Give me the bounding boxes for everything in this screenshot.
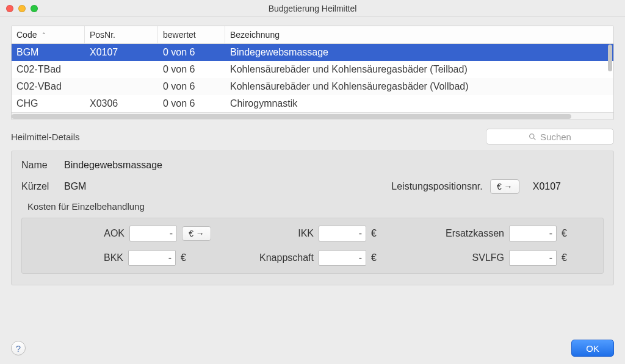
search-placeholder: Suchen bbox=[540, 132, 571, 142]
kosten-bkk: BKK € bbox=[33, 250, 211, 266]
knappschaft-input[interactable] bbox=[319, 250, 366, 266]
kasse-label: BKK bbox=[104, 252, 123, 263]
kosten-ikk: IKK € bbox=[223, 226, 402, 241]
horizontal-scrollbar[interactable] bbox=[12, 112, 613, 120]
kasse-label: SVLFG bbox=[472, 252, 504, 263]
sort-ascending-icon: ⌃ bbox=[42, 32, 46, 38]
euro-arrow-button[interactable]: € → bbox=[490, 179, 519, 194]
heilmittel-table: Code ⌃ PosNr. bewertet Bezeichnung BGM X… bbox=[11, 26, 614, 120]
cell-bezeichnung: Kohlensäurebäder und Kohlensäuregasbäder… bbox=[225, 78, 613, 95]
cell-posnr bbox=[85, 78, 158, 95]
svg-line-1 bbox=[533, 138, 535, 140]
table-row[interactable]: C02-VBad 0 von 6 Kohlensäurebäder und Ko… bbox=[12, 78, 613, 95]
ikk-input[interactable] bbox=[319, 226, 366, 241]
scrollbar-thumb[interactable] bbox=[12, 114, 571, 119]
euro-unit: € bbox=[562, 228, 592, 239]
kosten-svlfg: SVLFG € bbox=[414, 250, 592, 266]
details-panel: Name Bindegewebsmassage Kürzel BGM Leist… bbox=[11, 151, 614, 285]
minimize-icon[interactable] bbox=[18, 5, 26, 12]
euro-unit: € bbox=[371, 228, 402, 239]
euro-unit: € bbox=[371, 252, 402, 263]
scrollbar-thumb[interactable] bbox=[608, 45, 612, 71]
traffic-lights bbox=[6, 5, 38, 12]
titlebar: Budgetierung Heilmittel bbox=[0, 0, 625, 17]
cell-bewertet: 0 von 6 bbox=[158, 78, 225, 95]
cell-bewertet: 0 von 6 bbox=[158, 44, 225, 61]
cell-bezeichnung: Kohlensäurebäder und Kohlensäuregasbäder… bbox=[225, 61, 613, 78]
kasse-label: Knappschaft bbox=[259, 252, 314, 263]
kosten-aok: AOK € → bbox=[33, 226, 211, 241]
details-section-label: Heilmittel-Details bbox=[11, 132, 80, 142]
cell-bezeichnung: Bindegewebsmassage bbox=[225, 44, 613, 61]
cell-bewertet: 0 von 6 bbox=[158, 61, 225, 78]
ok-button[interactable]: OK bbox=[571, 340, 614, 357]
close-icon[interactable] bbox=[6, 5, 13, 12]
help-button[interactable]: ? bbox=[11, 341, 26, 355]
table-row[interactable]: C02-TBad 0 von 6 Kohlensäurebäder und Ko… bbox=[12, 61, 613, 78]
cell-posnr: X0306 bbox=[85, 95, 158, 112]
kosten-knappschaft: Knappschaft € bbox=[223, 250, 402, 266]
euro-unit: € bbox=[562, 252, 592, 263]
table-header-row: Code ⌃ PosNr. bewertet Bezeichnung bbox=[12, 26, 613, 44]
kuerzel-value: BGM bbox=[64, 181, 86, 192]
name-label: Name bbox=[21, 160, 58, 171]
col-bezeichnung[interactable]: Bezeichnung bbox=[225, 26, 613, 43]
svlfg-input[interactable] bbox=[509, 250, 557, 266]
col-code-label: Code bbox=[16, 30, 37, 40]
col-code[interactable]: Code ⌃ bbox=[12, 26, 85, 43]
cell-bezeichnung: Chirogymnastik bbox=[225, 95, 613, 112]
search-icon bbox=[529, 133, 536, 141]
name-value: Bindegewebsmassage bbox=[64, 160, 162, 171]
table-row[interactable]: BGM X0107 0 von 6 Bindegewebsmassage bbox=[12, 44, 613, 61]
ersatzkassen-input[interactable] bbox=[509, 226, 557, 241]
kasse-label: IKK bbox=[298, 228, 314, 239]
window-title: Budgetierung Heilmittel bbox=[269, 4, 357, 13]
cell-posnr bbox=[85, 61, 158, 78]
kasse-label: AOK bbox=[104, 228, 125, 239]
kuerzel-label: Kürzel bbox=[21, 181, 58, 192]
col-posnr[interactable]: PosNr. bbox=[85, 26, 158, 43]
search-input[interactable]: Suchen bbox=[486, 129, 614, 145]
col-bewertet[interactable]: bewertet bbox=[158, 26, 225, 43]
cell-code: C02-TBad bbox=[12, 61, 85, 78]
bkk-input[interactable] bbox=[128, 250, 176, 266]
kasse-label: Ersatzkassen bbox=[446, 228, 504, 239]
vertical-scrollbar[interactable] bbox=[608, 45, 612, 111]
kosten-ersatzkassen: Ersatzkassen € bbox=[414, 226, 592, 241]
fullscreen-icon[interactable] bbox=[31, 5, 38, 12]
cell-bewertet: 0 von 6 bbox=[158, 95, 225, 112]
cell-code: BGM bbox=[12, 44, 85, 61]
table-row[interactable]: CHG X0306 0 von 6 Chirogymnastik bbox=[12, 95, 613, 112]
kosten-box: AOK € → IKK € Ersatzkassen € BKK bbox=[21, 218, 604, 274]
euro-arrow-button[interactable]: € → bbox=[182, 226, 211, 241]
svg-point-0 bbox=[530, 134, 534, 138]
cell-posnr: X0107 bbox=[85, 44, 158, 61]
kosten-label: Kosten für Einzelbehandlung bbox=[27, 201, 604, 212]
aok-input[interactable] bbox=[129, 226, 177, 241]
cell-code: C02-VBad bbox=[12, 78, 85, 95]
lpn-value: X0107 bbox=[533, 181, 561, 192]
cell-code: CHG bbox=[12, 95, 85, 112]
euro-unit: € bbox=[181, 252, 211, 263]
lpn-label: Leistungspositionsnr. bbox=[391, 181, 482, 192]
